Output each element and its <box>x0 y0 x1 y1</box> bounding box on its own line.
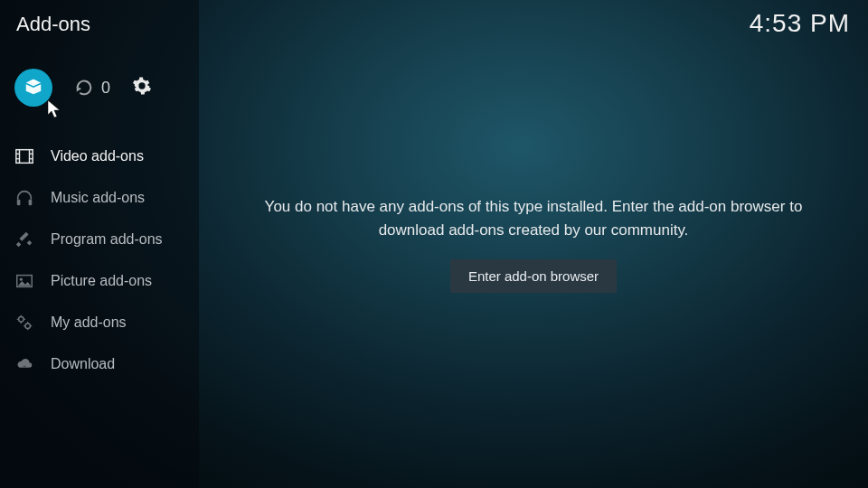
svg-rect-8 <box>29 200 33 205</box>
svg-point-12 <box>25 324 30 329</box>
svg-point-11 <box>19 317 24 323</box>
cloud-download-icon <box>14 354 34 374</box>
sidebar-item-label: My add-ons <box>51 314 127 331</box>
svg-rect-7 <box>17 200 21 205</box>
sidebar-item-label: Music add-ons <box>51 190 145 206</box>
sidebar: Add-ons 0 <box>0 0 199 488</box>
sidebar-item-music-addons[interactable]: Music add-ons <box>0 177 199 219</box>
main-content: You do not have any add-ons of this type… <box>199 0 868 488</box>
top-icon-row: 0 <box>14 69 152 107</box>
empty-state-message: You do not have any add-ons of this type… <box>253 195 814 241</box>
sidebar-item-my-addons[interactable]: My add-ons <box>0 302 199 343</box>
sidebar-item-label: Picture add-ons <box>51 273 152 289</box>
updates-button[interactable]: 0 <box>74 78 110 98</box>
svg-point-10 <box>20 278 23 281</box>
picture-icon <box>14 271 34 291</box>
sidebar-item-video-addons[interactable]: Video add-ons <box>0 136 199 177</box>
box-open-button[interactable] <box>14 69 52 107</box>
refresh-icon <box>74 78 94 98</box>
sidebar-item-download[interactable]: Download <box>0 343 199 385</box>
svg-rect-0 <box>16 150 33 164</box>
gear-icon <box>132 76 152 96</box>
update-count: 0 <box>101 79 110 98</box>
page-title: Add-ons <box>16 13 90 36</box>
sidebar-item-program-addons[interactable]: Program add-ons <box>0 219 199 260</box>
sidebar-item-label: Download <box>51 356 115 372</box>
enter-addon-browser-button[interactable]: Enter add-on browser <box>450 259 617 293</box>
sidebar-item-label: Program add-ons <box>51 231 163 248</box>
tools-icon <box>14 230 34 249</box>
sidebar-item-picture-addons[interactable]: Picture add-ons <box>0 260 199 302</box>
sidebar-menu: Video add-ons Music add-ons Program add-… <box>0 136 199 385</box>
film-icon <box>14 146 34 166</box>
headphones-icon <box>14 188 34 208</box>
gears-icon <box>14 313 34 333</box>
sidebar-item-label: Video add-ons <box>51 148 144 164</box>
settings-button[interactable] <box>132 76 152 99</box>
box-open-icon <box>24 78 43 98</box>
